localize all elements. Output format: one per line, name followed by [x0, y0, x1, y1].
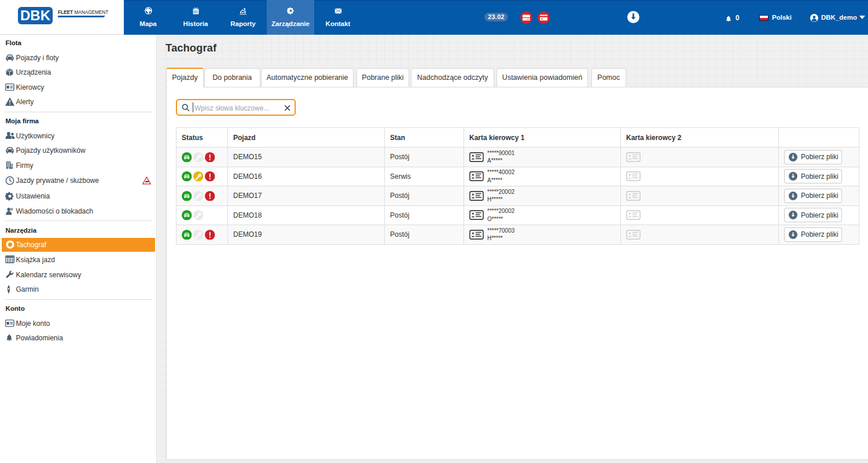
svg-text:FLEET: FLEET [58, 10, 73, 15]
svg-text:DBK: DBK [20, 8, 51, 23]
svg-text:MANAGEMENT: MANAGEMENT [75, 10, 109, 15]
